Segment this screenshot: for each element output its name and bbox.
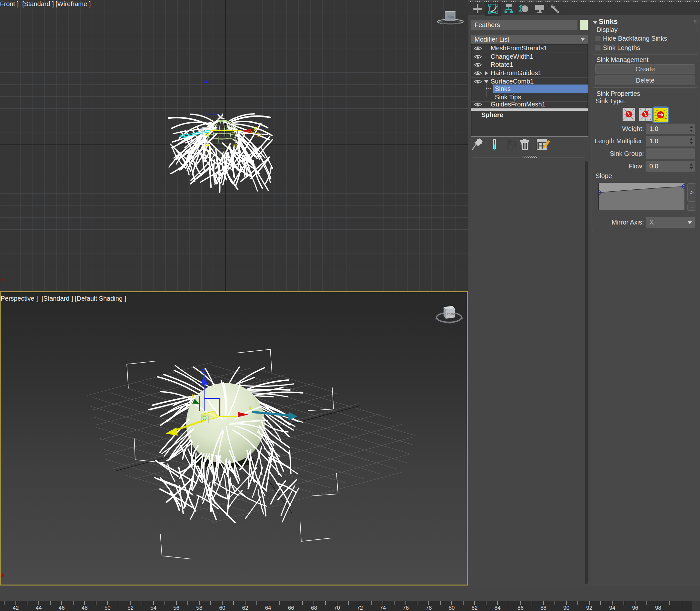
svg-text:E: E [461,316,463,319]
svg-text:FRONT: FRONT [446,15,456,18]
svg-text:W: W [435,317,438,321]
svg-text:FRONT: FRONT [447,313,456,315]
svg-text:y: y [192,392,194,398]
svg-text:S: S [449,321,451,325]
svg-text:Z: Z [202,368,205,374]
svg-text:X: X [249,406,252,411]
svg-text:X: X [253,126,257,133]
